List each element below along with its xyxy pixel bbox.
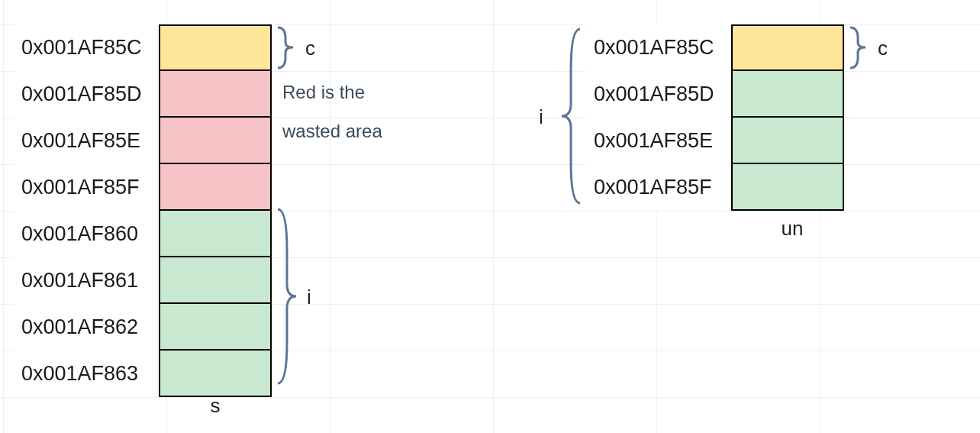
table-row: 0x001AF85F <box>586 164 844 211</box>
table-row: 0x001AF860 <box>14 211 272 257</box>
brace-i-right-icon <box>275 205 299 388</box>
memory-cell <box>159 163 272 211</box>
memory-cell <box>159 116 272 164</box>
address-cell: 0x001AF85F <box>586 164 731 211</box>
table-row: 0x001AF863 <box>14 351 272 397</box>
address-cell: 0x001AF863 <box>14 351 159 397</box>
table-row: 0x001AF85D <box>14 71 272 118</box>
address-cell: 0x001AF85F <box>14 164 159 211</box>
union-un-label: un <box>769 217 815 241</box>
address-cell: 0x001AF85D <box>14 71 159 118</box>
address-cell: 0x001AF860 <box>14 211 159 257</box>
memory-cell <box>159 24 272 71</box>
address-cell: 0x001AF862 <box>14 304 159 351</box>
brace-i-left-icon <box>557 24 583 208</box>
memory-cell <box>731 116 844 164</box>
brace-i-label: i <box>307 286 311 309</box>
address-cell: 0x001AF861 <box>14 257 159 304</box>
address-cell: 0x001AF85E <box>14 118 159 164</box>
memory-cell <box>159 69 272 118</box>
memory-cell <box>731 24 844 71</box>
brace-c-label: c <box>878 37 888 60</box>
wasted-area-note: Red is the wasted area <box>282 79 382 145</box>
memory-cell <box>159 256 272 304</box>
memory-cell <box>159 302 272 351</box>
table-row: 0x001AF85E <box>14 118 272 164</box>
address-cell: 0x001AF85C <box>14 24 159 71</box>
struct-s-label: s <box>200 394 230 418</box>
brace-c-right-icon <box>275 24 296 71</box>
memory-cell <box>159 349 272 397</box>
address-cell: 0x001AF85D <box>586 71 731 118</box>
table-row: 0x001AF861 <box>14 257 272 304</box>
table-row: 0x001AF85D <box>586 71 844 118</box>
right-memory-table: 0x001AF85C 0x001AF85D 0x001AF85E 0x001AF… <box>586 24 844 211</box>
table-row: 0x001AF85F <box>14 164 272 211</box>
brace-c-right-icon <box>847 24 869 71</box>
address-cell: 0x001AF85C <box>586 24 731 71</box>
brace-i-label: i <box>539 105 543 129</box>
table-row: 0x001AF85E <box>586 118 844 164</box>
address-cell: 0x001AF85E <box>586 118 731 164</box>
table-row: 0x001AF862 <box>14 304 272 351</box>
table-row: 0x001AF85C <box>586 24 844 71</box>
note-line: wasted area <box>282 118 382 145</box>
brace-c-label: c <box>305 37 315 60</box>
note-line: Red is the <box>282 79 382 106</box>
memory-cell <box>159 209 272 257</box>
memory-cell <box>731 163 844 211</box>
left-memory-table: 0x001AF85C 0x001AF85D 0x001AF85E 0x001AF… <box>14 24 272 397</box>
memory-cell <box>731 69 844 118</box>
table-row: 0x001AF85C <box>14 24 272 71</box>
